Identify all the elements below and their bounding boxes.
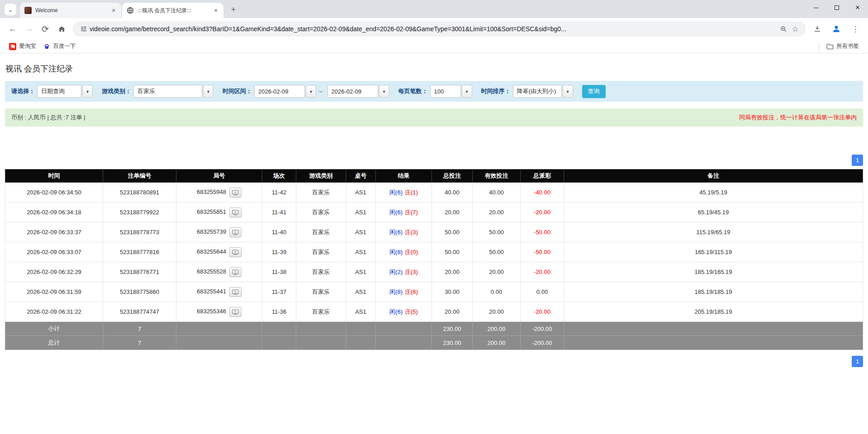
close-window-button[interactable]: ×	[847, 0, 868, 15]
combo-arrow-button[interactable]: ▾	[563, 85, 573, 98]
taobao-favicon: 淘	[9, 43, 16, 50]
profile-avatar[interactable]	[828, 21, 844, 37]
page-button-1[interactable]: 1	[852, 155, 863, 166]
round-number: 683255528	[197, 268, 226, 275]
tab-search-button[interactable]: ⌄	[5, 4, 16, 15]
result-player: 闲(8)	[389, 288, 403, 295]
total-payout: -200.00	[521, 336, 564, 350]
cell-payout: -20.00	[521, 302, 564, 322]
cell-total-bet[interactable]: 20.00	[432, 203, 473, 222]
home-icon	[57, 25, 66, 33]
url-bar[interactable]: videoie.com/game/betrecord_search/kind3?…	[72, 21, 806, 37]
combo-arrow-button[interactable]: ▾	[203, 85, 213, 98]
cell-session: 11-36	[262, 302, 296, 322]
cell-session: 11-39	[262, 242, 296, 262]
result-player: 闲(8)	[389, 249, 403, 255]
welcome-tab-favicon	[24, 7, 32, 14]
filter-group-sort: 时间排序： ▾	[481, 85, 573, 98]
per-page-input[interactable]	[430, 85, 461, 98]
round-replay-button[interactable]	[229, 188, 242, 198]
cell-total-bet[interactable]: 50.00	[432, 222, 473, 242]
page-button-1[interactable]: 1	[852, 356, 863, 367]
sort-input[interactable]	[513, 85, 562, 98]
game-kind-input[interactable]	[133, 85, 202, 98]
reload-button[interactable]: ⟳	[37, 21, 53, 37]
column-header: 总投注	[432, 170, 473, 183]
cell-total-bet[interactable]: 40.00	[432, 183, 473, 203]
cell-total-bet[interactable]: 30.00	[432, 282, 473, 302]
home-button[interactable]	[53, 21, 70, 37]
back-button[interactable]: ←	[5, 21, 21, 37]
bookmark-label: 百度一下	[53, 42, 76, 50]
star-icon: ☆	[792, 24, 798, 34]
cell-time: 2026-02-09 06:33:37	[5, 222, 103, 242]
bookmark-star-icon[interactable]: ☆	[789, 23, 801, 35]
combo-arrow-button[interactable]: ▾	[462, 85, 472, 98]
forward-button[interactable]: →	[21, 21, 37, 37]
combo-arrow-button[interactable]: ▾	[306, 85, 316, 98]
cell-valid-bet: 0.00	[473, 282, 521, 302]
new-tab-button[interactable]: +	[227, 3, 240, 16]
downloads-button[interactable]	[809, 21, 825, 37]
result-banker: 庄(5)	[405, 308, 418, 315]
zoom-icon[interactable]	[778, 23, 789, 35]
cell-table-no: AS1	[346, 302, 376, 322]
combo-arrow-button[interactable]: ▾	[379, 85, 389, 98]
cell-result: 闲(6)庄(7)	[376, 203, 432, 222]
browser-window: ⌄ Welcome × :::视讯 会员下注纪录::: × + × ← → ⟳	[0, 0, 868, 434]
round-replay-button[interactable]	[229, 267, 242, 277]
round-replay-button[interactable]	[229, 287, 242, 297]
cell-result: 闲(8)庄(0)	[376, 242, 432, 262]
result-player: 闲(2)	[389, 269, 403, 275]
minimize-button[interactable]	[806, 0, 826, 15]
site-info-tune-icon[interactable]	[78, 23, 90, 35]
toolbar-right-icons: ⋮	[809, 21, 863, 37]
date-end-input[interactable]	[327, 85, 378, 98]
round-replay-button[interactable]	[229, 247, 242, 257]
tab-title: :::视讯 会员下注纪录:::	[138, 7, 212, 14]
bet-table-header-row: 时间注单编号局号场次游戏类别桌号结果总投注有效投注总派彩备注	[5, 170, 863, 183]
round-replay-button[interactable]	[229, 208, 242, 217]
bookmark-item-baidu[interactable]: 百度一下	[40, 41, 80, 52]
round-replay-button[interactable]	[229, 227, 242, 237]
cell-valid-bet: 20.00	[473, 302, 521, 322]
combo-arrow-button[interactable]: ▾	[82, 85, 93, 98]
maximize-button[interactable]	[826, 0, 847, 15]
cell-result: 闲(6)庄(5)	[376, 302, 432, 322]
date-range-tilde: ~	[319, 88, 323, 95]
search-button[interactable]: 查询	[582, 85, 606, 98]
result-banker: 庄(3)	[405, 269, 418, 275]
url-text[interactable]: videoie.com/game/betrecord_search/kind3?…	[90, 25, 778, 33]
cell-time: 2026-02-09 06:31:22	[5, 302, 103, 322]
all-bookmarks-folder[interactable]: 所有书签	[823, 41, 863, 52]
footer-empty-cell	[376, 322, 432, 336]
tab-title: Welcome	[35, 7, 109, 14]
result-banker: 庄(8)	[405, 288, 418, 295]
column-header: 场次	[262, 170, 296, 183]
bookmark-item-taobao[interactable]: 淘 爱淘宝	[5, 41, 40, 52]
filter-select-label: 请选择：	[11, 87, 35, 95]
browser-menu-button[interactable]: ⋮	[847, 21, 863, 37]
tab-close-button[interactable]: ×	[109, 6, 118, 14]
cell-session: 11-40	[262, 222, 296, 242]
date-query-input[interactable]	[37, 85, 81, 98]
round-number: 683255851	[197, 208, 226, 215]
date-start-input[interactable]	[254, 85, 305, 98]
round-replay-button[interactable]	[229, 307, 242, 317]
cell-valid-bet: 40.00	[473, 183, 521, 203]
cell-total-bet[interactable]: 50.00	[432, 242, 473, 262]
result-player: 闲(6)	[389, 308, 403, 315]
close-icon: ×	[855, 3, 860, 12]
browser-tab-betrecord[interactable]: :::视讯 会员下注纪录::: ×	[122, 3, 223, 18]
cell-total-bet[interactable]: 20.00	[432, 262, 473, 282]
tab-strip: ⌄ Welcome × :::视讯 会员下注纪录::: × + ×	[0, 0, 868, 18]
filter-group-perpage: 每页笔数： ▾	[398, 85, 472, 98]
tab-close-button[interactable]: ×	[212, 6, 220, 14]
taobao-glyph: 淘	[10, 44, 15, 49]
browser-tab-welcome[interactable]: Welcome ×	[20, 3, 121, 18]
cell-valid-bet: 20.00	[473, 203, 521, 222]
column-header: 结果	[376, 170, 432, 183]
filter-group-daterange: 时间区间： ▾ ~ ▾	[223, 85, 389, 98]
cell-total-bet[interactable]: 20.00	[432, 302, 473, 322]
cell-session: 11-41	[262, 203, 296, 222]
